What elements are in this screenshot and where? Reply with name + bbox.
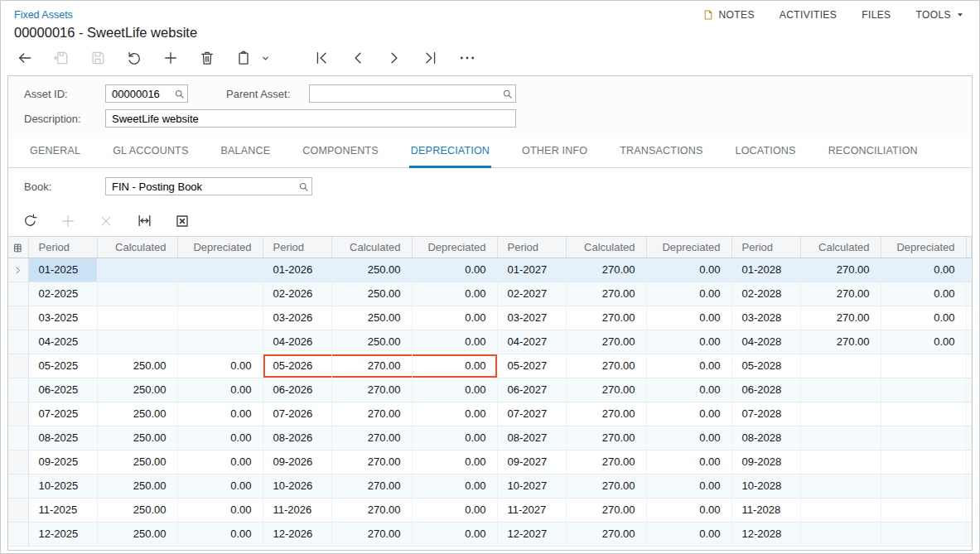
cell-calculated[interactable]: 270.00	[566, 378, 646, 402]
search-icon[interactable]	[295, 181, 311, 192]
column-header-depreciated[interactable]: Depreciated	[177, 237, 263, 258]
cell-depreciated[interactable]: 0.00	[177, 474, 263, 498]
header-menu-activities[interactable]: ACTIVITIES	[780, 9, 837, 21]
cell-depreciated[interactable]: 0.00	[177, 426, 263, 450]
cell-calculated[interactable]: 270.00	[566, 402, 646, 426]
cell-calculated[interactable]: 250.00	[97, 474, 177, 498]
cell-calculated[interactable]: 250.00	[97, 402, 177, 426]
cell-calculated[interactable]: 250.00	[97, 426, 177, 450]
cell-calculated[interactable]: 250.00	[97, 354, 177, 378]
cell-depreciated[interactable]	[177, 330, 263, 354]
cell-depreciated[interactable]: 0.00	[646, 474, 731, 498]
back-button[interactable]	[16, 49, 34, 67]
cell-period[interactable]: 04-2025	[28, 330, 97, 354]
cell-depreciated[interactable]: 0.00	[412, 330, 497, 354]
cell-depreciated[interactable]: 0.00	[177, 378, 263, 402]
table-row[interactable]: 02-202502-2026250.000.0002-2027270.000.0…	[8, 282, 972, 306]
tab-balance[interactable]: BALANCE	[220, 145, 273, 168]
cell-calculated[interactable]: 270.00	[566, 354, 646, 378]
cell-period[interactable]: 07-2026	[263, 402, 331, 426]
cell-period[interactable]: 01-2025	[28, 258, 97, 282]
table-row[interactable]: 04-202504-2026250.000.0004-2027270.000.0…	[8, 330, 972, 354]
cell-period[interactable]: 08-2026	[263, 426, 331, 450]
table-row[interactable]: 10-2025250.000.0010-2026270.000.0010-202…	[8, 474, 972, 498]
cell-depreciated[interactable]: 0.00	[412, 402, 497, 426]
cell-depreciated[interactable]	[881, 450, 966, 474]
cell-depreciated[interactable]: 0.00	[881, 330, 966, 354]
cell-depreciated[interactable]: 0.00	[412, 354, 497, 378]
cell-period[interactable]: 05-2025	[28, 354, 97, 378]
cell-depreciated[interactable]: 0.00	[646, 282, 731, 306]
cell-period[interactable]: 09-2028	[731, 450, 800, 474]
cell-calculated[interactable]: 270.00	[566, 450, 646, 474]
cell-calculated[interactable]: 250.00	[97, 378, 177, 402]
tab-other-info[interactable]: OTHER INFO	[520, 145, 589, 168]
cell-calculated[interactable]	[97, 258, 177, 282]
cell-calculated[interactable]: 270.00	[800, 258, 881, 282]
cell-period[interactable]: 03-2027	[497, 306, 566, 330]
cell-period[interactable]: 10-2026	[263, 474, 331, 498]
column-header-depreciated[interactable]: Depreciated	[646, 237, 731, 258]
cell-period[interactable]: 01-2027	[497, 258, 566, 282]
cell-calculated[interactable]: 250.00	[97, 522, 177, 546]
asset-id-input[interactable]	[106, 85, 171, 102]
column-header-calculated[interactable]: Calculated	[566, 237, 646, 258]
tab-gl-accounts[interactable]: GL ACCOUNTS	[111, 145, 190, 168]
cell-calculated[interactable]: 270.00	[331, 354, 412, 378]
parent-asset-field[interactable]	[309, 84, 516, 103]
more-button[interactable]	[458, 49, 476, 67]
cell-calculated[interactable]: 270.00	[331, 402, 412, 426]
table-row[interactable]: 11-2025250.000.0011-2026270.000.0011-202…	[8, 498, 972, 522]
cell-depreciated[interactable]: 0.00	[412, 450, 497, 474]
cell-period[interactable]: 08-2027	[497, 426, 566, 450]
search-icon[interactable]	[499, 89, 515, 99]
table-row[interactable]: 12-2025250.000.0012-2026270.000.0012-202…	[8, 522, 972, 546]
cell-depreciated[interactable]: 0.00	[646, 402, 731, 426]
cell-calculated[interactable]: 270.00	[566, 522, 646, 546]
cell-calculated[interactable]: 250.00	[97, 498, 177, 522]
cell-depreciated[interactable]: 0.00	[177, 522, 263, 546]
column-header-period[interactable]: Period	[731, 237, 800, 258]
cell-calculated[interactable]: 250.00	[331, 330, 412, 354]
cell-period[interactable]: 10-2028	[731, 474, 800, 498]
cell-depreciated[interactable]: 0.00	[177, 402, 263, 426]
cell-depreciated[interactable]: 0.00	[412, 522, 497, 546]
cell-calculated[interactable]	[800, 498, 881, 522]
cell-depreciated[interactable]: 0.00	[646, 258, 731, 282]
cell-depreciated[interactable]: 0.00	[646, 426, 731, 450]
cell-period[interactable]: 04-2027	[497, 330, 566, 354]
cell-calculated[interactable]: 270.00	[800, 282, 881, 306]
column-header-period[interactable]: Period	[263, 237, 331, 258]
cell-depreciated[interactable]	[177, 282, 263, 306]
cell-calculated[interactable]: 250.00	[331, 306, 412, 330]
cell-period[interactable]: 02-2025	[28, 282, 97, 306]
cell-period[interactable]: 02-2026	[263, 282, 331, 306]
cell-depreciated[interactable]	[177, 306, 263, 330]
cell-period[interactable]: 06-2027	[497, 378, 566, 402]
cell-calculated[interactable]: 270.00	[331, 426, 412, 450]
cell-calculated[interactable]: 270.00	[331, 522, 412, 546]
last-record-button[interactable]	[422, 49, 440, 67]
cell-depreciated[interactable]: 0.00	[412, 378, 497, 402]
cell-calculated[interactable]	[800, 474, 881, 498]
table-row[interactable]: 01-202501-2026250.000.0001-2027270.000.0…	[8, 258, 972, 282]
cell-calculated[interactable]	[97, 330, 177, 354]
cell-calculated[interactable]	[800, 426, 881, 450]
cell-period[interactable]: 03-2026	[263, 306, 331, 330]
cell-period[interactable]: 06-2028	[731, 378, 800, 402]
cell-period[interactable]: 04-2026	[263, 330, 331, 354]
fit-width-button[interactable]	[136, 213, 152, 229]
cell-period[interactable]: 09-2027	[497, 450, 566, 474]
table-row[interactable]: 07-2025250.000.0007-2026270.000.0007-202…	[8, 402, 972, 426]
cell-depreciated[interactable]: 0.00	[646, 354, 731, 378]
description-field[interactable]	[105, 109, 516, 128]
cell-period[interactable]: 11-2025	[28, 498, 97, 522]
column-header-depreciated[interactable]: Depreciated	[881, 237, 966, 258]
tab-depreciation[interactable]: DEPRECIATION	[409, 145, 491, 168]
cell-depreciated[interactable]	[881, 426, 966, 450]
column-header-calculated[interactable]: Calculated	[800, 237, 881, 258]
cell-calculated[interactable]: 270.00	[566, 258, 646, 282]
cell-calculated[interactable]: 250.00	[97, 450, 177, 474]
cell-period[interactable]: 12-2026	[263, 522, 331, 546]
book-field[interactable]	[105, 177, 312, 195]
